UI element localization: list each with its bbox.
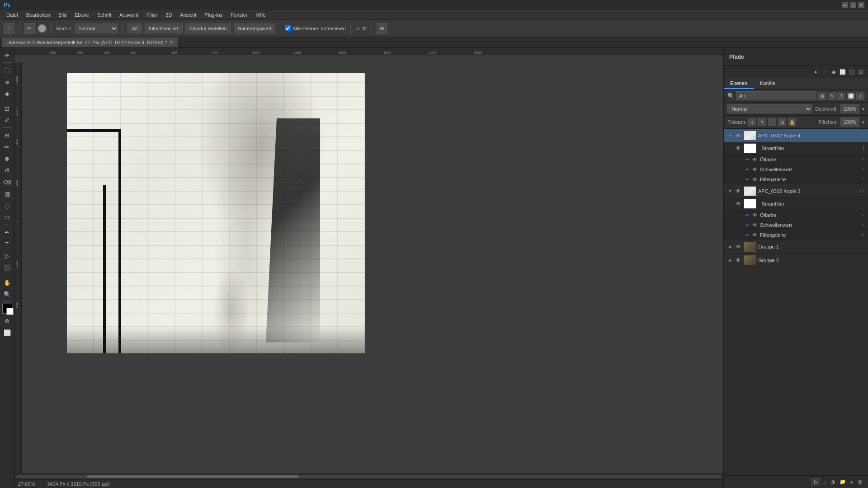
panel-icon-diamond[interactable]: ◆ bbox=[829, 67, 838, 76]
expand-apc2[interactable]: ▼ bbox=[727, 188, 733, 194]
menu-hilfe[interactable]: Hilfe bbox=[252, 11, 269, 19]
eye-gruppe1[interactable]: 👁 bbox=[735, 243, 742, 250]
pen-tool[interactable]: ✒ bbox=[2, 227, 13, 238]
lasso-tool[interactable]: ⌀ bbox=[2, 76, 13, 87]
fill-value[interactable]: 100% bbox=[840, 117, 859, 127]
tab-close[interactable]: ✕ bbox=[170, 40, 173, 45]
layer-row-apc4[interactable]: ▼ 👁 APC_0302 Kopie 4 ⬡ bbox=[724, 129, 868, 142]
eye-apc2[interactable]: 👁 bbox=[735, 188, 742, 195]
bottom-delete-icon[interactable]: 🗑 bbox=[856, 479, 864, 486]
panel-icon-stroke[interactable]: ○ bbox=[820, 67, 829, 76]
panel-icon-mask[interactable]: ⬛ bbox=[847, 67, 856, 76]
opacity-value[interactable]: 100% bbox=[840, 104, 859, 113]
inhaltsbasiert-button[interactable]: Inhaltsbasiert bbox=[145, 23, 182, 33]
spot-heal-tool[interactable]: ⊕ bbox=[2, 130, 13, 141]
eye-fg1[interactable]: 👁 bbox=[751, 176, 758, 183]
lock-pixel-icon[interactable]: ⊡ bbox=[778, 118, 786, 126]
opacity-chevron[interactable]: ▾ bbox=[862, 107, 864, 112]
filter-smart-icon[interactable]: ◎ bbox=[856, 92, 864, 100]
layer-search-input[interactable] bbox=[736, 91, 816, 100]
panel-icon-grid[interactable]: ⊞ bbox=[856, 67, 865, 76]
eraser-tool[interactable]: ⌫ bbox=[2, 177, 13, 188]
eye-fg2[interactable]: 👁 bbox=[751, 231, 758, 239]
oelfarbe1-row[interactable]: ↩ 👁 Ölfarbe ≡ bbox=[724, 155, 868, 164]
eye-sw1[interactable]: 👁 bbox=[751, 166, 758, 173]
crop-tool[interactable]: ⊡ bbox=[2, 103, 13, 114]
close-button[interactable]: ✕ bbox=[858, 2, 864, 8]
menu-ebene[interactable]: Ebene bbox=[71, 11, 93, 19]
history-tool[interactable]: ↺ bbox=[2, 165, 13, 176]
gradient-tool[interactable]: ▦ bbox=[2, 188, 13, 199]
panel-icon-add[interactable]: ● bbox=[811, 67, 820, 76]
eyedropper-tool[interactable]: ✐ bbox=[2, 115, 13, 126]
lock-draw-icon[interactable]: ✎ bbox=[758, 118, 766, 126]
lock-artboard-icon[interactable]: ⬚ bbox=[768, 118, 776, 126]
filter-text-icon[interactable]: T bbox=[837, 92, 845, 100]
screen-mode-icon[interactable]: ⬜ bbox=[2, 327, 13, 338]
scrollbar-thumb[interactable] bbox=[87, 475, 298, 478]
color-swatch[interactable] bbox=[38, 24, 47, 33]
fx-wrap-fg2[interactable]: ≡ bbox=[862, 232, 864, 237]
naherung-button[interactable]: Näherungswert bbox=[234, 23, 276, 33]
eye-gruppe2[interactable]: 👁 bbox=[735, 257, 742, 264]
filtergalerie2-row[interactable]: ↩ 👁 Filtergalerie ≡ bbox=[724, 230, 868, 240]
smartfilter2-row[interactable]: 👁 Smartfilter bbox=[724, 198, 868, 210]
zoom-tool[interactable]: 🔍 bbox=[2, 289, 13, 300]
tab-ebenen[interactable]: Ebenen bbox=[724, 78, 754, 89]
eye-oelfarbe1[interactable]: 👁 bbox=[751, 156, 758, 163]
home-icon[interactable]: ⌂ bbox=[4, 23, 14, 34]
move-tool[interactable]: ✛ bbox=[2, 50, 13, 61]
menu-ansicht[interactable]: Ansicht bbox=[176, 11, 200, 19]
fx-wrap-oelfarbe1[interactable]: ≡ bbox=[862, 157, 864, 162]
smartfilter1-row[interactable]: 👁 Smartfilter | bbox=[724, 142, 868, 155]
schwellenwert1-row[interactable]: ↩ 👁 Schwellenwert ≡ bbox=[724, 164, 868, 174]
filter-shape-icon[interactable]: ⬜ bbox=[847, 92, 855, 100]
eye-sf2[interactable]: 👁 bbox=[735, 200, 742, 207]
quick-select-tool[interactable]: ◈ bbox=[2, 88, 13, 99]
struktur-button[interactable]: Struktur erstellen bbox=[185, 23, 231, 33]
tab-kanale[interactable]: Kanäle bbox=[754, 78, 782, 89]
filtergalerie1-row[interactable]: ↩ 👁 Filtergalerie ≡ bbox=[724, 174, 868, 184]
layer-row-gruppe2[interactable]: ▶ 👁 Gruppe 2 bbox=[724, 253, 868, 267]
schwellenwert2-row[interactable]: ↩ 👁 Schwellenwert ≡ bbox=[724, 220, 868, 230]
panel-icon-square[interactable]: ⬜ bbox=[838, 67, 847, 76]
menu-bild[interactable]: Bild bbox=[55, 11, 70, 19]
quick-mask-icon[interactable]: ⊘ bbox=[2, 315, 13, 326]
lock-all-icon[interactable]: 🔒 bbox=[788, 118, 796, 126]
pressure-icon[interactable]: ⊛ bbox=[377, 23, 387, 34]
h-scrollbar[interactable] bbox=[14, 474, 723, 479]
menu-filter[interactable]: Filter bbox=[143, 11, 161, 19]
brush-icon[interactable]: ✏ bbox=[24, 23, 35, 34]
menu-schrift[interactable]: Schrift bbox=[94, 11, 115, 19]
bottom-fx-icon[interactable]: fx bbox=[811, 478, 820, 486]
eye-apc4[interactable]: 👁 bbox=[735, 132, 742, 139]
eye-sf1[interactable]: 👁 bbox=[735, 145, 742, 152]
eye-oelfarbe2[interactable]: 👁 bbox=[751, 211, 758, 219]
art-button[interactable]: Art bbox=[127, 23, 142, 33]
hand-tool[interactable]: ✋ bbox=[2, 277, 13, 288]
menu-plugins[interactable]: Plug-ins bbox=[201, 11, 226, 19]
menu-3d[interactable]: 3D bbox=[162, 11, 175, 19]
alle-ebenen-checkbox[interactable]: Alle Ebenen aufnehmen bbox=[285, 25, 345, 31]
filter-pixel-icon[interactable]: ⊞ bbox=[818, 92, 826, 100]
path-tool[interactable]: ▷ bbox=[2, 250, 13, 261]
fill-chevron[interactable]: ▾ bbox=[862, 120, 864, 125]
expand-apc4[interactable]: ▼ bbox=[727, 133, 733, 138]
fx-wrap-oelfarbe2[interactable]: ≡ bbox=[862, 212, 864, 217]
dodge-tool[interactable]: ⬭ bbox=[2, 212, 13, 223]
layer-row-apc2[interactable]: ▼ 👁 APC_0302 Kopie 2 ⬡ bbox=[724, 184, 868, 198]
bottom-group-icon[interactable]: 📁 bbox=[838, 478, 848, 486]
fx-wrap-fg1[interactable]: ≡ bbox=[862, 177, 864, 182]
fx-wrap-sw1[interactable]: ≡ bbox=[862, 167, 864, 172]
oelfarbe2-row[interactable]: ↩ 👁 Ölfarbe ≡ bbox=[724, 210, 868, 220]
marquee-tool[interactable]: ⬚ bbox=[2, 65, 13, 75]
expand-gruppe2[interactable]: ▶ bbox=[727, 258, 733, 263]
document-tab[interactable]: Unbenannt-1-Wiederhergestellt bei 27,7% … bbox=[2, 38, 178, 47]
modus-select[interactable]: Normal Aufhellen Multiplizieren bbox=[75, 23, 118, 33]
fx-wrap-sw2[interactable]: ≡ bbox=[862, 222, 864, 227]
text-tool[interactable]: T bbox=[2, 239, 13, 249]
foreground-color[interactable] bbox=[2, 304, 12, 314]
lock-position-icon[interactable]: ⊹ bbox=[748, 118, 756, 126]
layer-row-gruppe1[interactable]: ▶ 👁 Gruppe 1 bbox=[724, 240, 868, 253]
canvas-viewport[interactable] bbox=[22, 55, 723, 474]
